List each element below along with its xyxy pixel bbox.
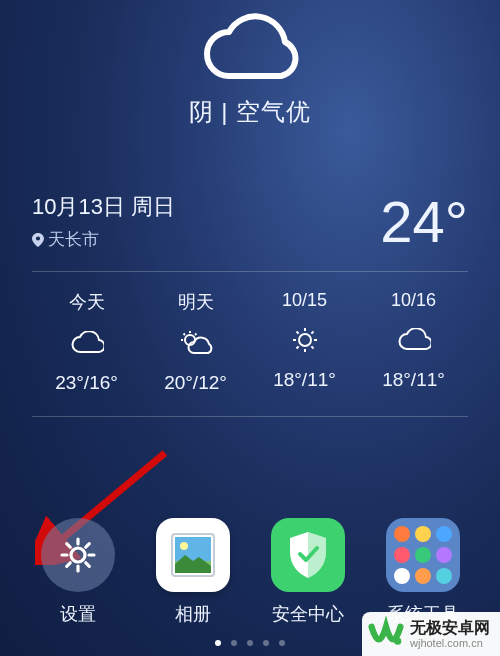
app-label: 设置 [60, 602, 96, 626]
cloud-icon [195, 8, 305, 86]
svg-line-13 [296, 346, 298, 348]
tools-folder-icon [386, 518, 460, 592]
svg-point-5 [299, 334, 311, 346]
page-dot[interactable] [215, 640, 221, 646]
svg-line-4 [195, 334, 197, 336]
forecast-day-1[interactable]: 明天 20°/12° [141, 290, 250, 394]
forecast-day-label: 今天 [32, 290, 141, 314]
gallery-icon [156, 518, 230, 592]
page-dot[interactable] [231, 640, 237, 646]
partly-cloudy-icon [141, 328, 250, 358]
forecast-day-3[interactable]: 10/16 18°/11° [359, 290, 468, 394]
forecast-temps: 23°/16° [32, 372, 141, 394]
forecast-day-label: 10/16 [359, 290, 468, 311]
weather-condition-line: 阴 | 空气优 [0, 96, 500, 128]
app-security[interactable]: 安全中心 [253, 518, 363, 626]
page-dot[interactable] [279, 640, 285, 646]
svg-rect-16 [175, 537, 211, 561]
forecast-row: 今天 23°/16° 明天 20°/12° 10/15 [32, 272, 468, 416]
app-label: 安全中心 [272, 602, 344, 626]
svg-point-19 [394, 638, 401, 645]
watermark-url: wjhotel.com.cn [410, 637, 490, 649]
forecast-temps: 20°/12° [141, 372, 250, 394]
home-screen: 阴 | 空气优 10月13日 周日 天长市 24° 今天 [0, 0, 500, 656]
gear-icon [41, 518, 115, 592]
forecast-day-label: 明天 [141, 290, 250, 314]
weather-hero[interactable]: 阴 | 空气优 [0, 8, 500, 128]
app-gallery[interactable]: 相册 [138, 518, 248, 626]
sun-icon [250, 325, 359, 355]
forecast-day-2[interactable]: 10/15 18°/11° [250, 290, 359, 394]
current-temperature: 24° [380, 193, 468, 251]
svg-line-12 [311, 332, 313, 334]
dock: 设置 相册 安全中心 [20, 518, 480, 626]
page-dot[interactable] [263, 640, 269, 646]
cloud-icon [32, 328, 141, 358]
widget-location: 天长市 [32, 228, 175, 251]
forecast-day-0[interactable]: 今天 23°/16° [32, 290, 141, 394]
watermark-title: 无极安卓网 [410, 619, 490, 637]
widget-date: 10月13日 周日 [32, 192, 175, 222]
cloud-icon [359, 325, 468, 355]
watermark-logo-icon [368, 616, 404, 652]
divider [32, 416, 468, 417]
svg-line-11 [311, 346, 313, 348]
page-dot[interactable] [247, 640, 253, 646]
app-label: 相册 [175, 602, 211, 626]
weather-widget[interactable]: 10月13日 周日 天长市 24° 今天 23°/16° 明天 [32, 192, 468, 417]
svg-point-14 [71, 548, 85, 562]
location-pin-icon [32, 233, 44, 247]
svg-line-3 [183, 334, 185, 336]
forecast-temps: 18°/11° [250, 369, 359, 391]
svg-line-10 [296, 332, 298, 334]
app-system-tools[interactable]: 系统工具 [368, 518, 478, 626]
forecast-temps: 18°/11° [359, 369, 468, 391]
shield-icon [271, 518, 345, 592]
svg-point-18 [180, 542, 188, 550]
forecast-day-label: 10/15 [250, 290, 359, 311]
app-settings[interactable]: 设置 [23, 518, 133, 626]
widget-header: 10月13日 周日 天长市 24° [32, 192, 468, 271]
watermark: 无极安卓网 wjhotel.com.cn [362, 612, 500, 656]
